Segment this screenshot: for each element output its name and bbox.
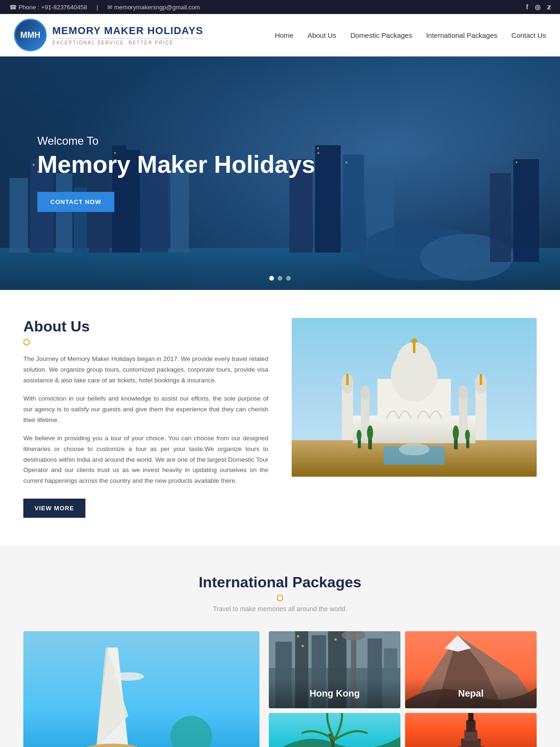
about-title: About Us (23, 318, 268, 335)
about-image (292, 318, 537, 477)
divider: | (97, 4, 98, 11)
dubai-bg (23, 631, 259, 747)
nav-domestic[interactable]: Domestic Packages (350, 31, 413, 39)
svg-rect-41 (480, 374, 482, 385)
intl-section-header: International Packages Travel to make me… (23, 574, 537, 613)
facebook-icon[interactable]: f (526, 3, 528, 11)
about-para-2: With conviction in our beliefs and knowl… (23, 394, 268, 426)
svg-rect-71 (302, 645, 304, 647)
svg-point-51 (357, 430, 362, 441)
pkg-grid-right: Hong Kong (269, 631, 537, 747)
hero-content: Welcome To Memory Maker Holidays CONTACT… (0, 106, 352, 240)
view-more-button[interactable]: VIEW MORE (23, 499, 85, 518)
svg-rect-38 (346, 374, 349, 385)
logo-title: MEMORY MAKER HOLIDAYS (52, 25, 203, 37)
nepal-label: Nepal (405, 679, 537, 708)
about-dot-divider (23, 339, 30, 345)
intl-subtitle: Travel to make memories all around the w… (23, 605, 537, 613)
nav-international[interactable]: International Packages (426, 31, 497, 39)
bali-bg (405, 713, 537, 747)
intl-dot-divider (277, 595, 283, 601)
header: MMH MEMORY MAKER HOLIDAYS EXCEPTIONAL SE… (0, 14, 560, 56)
email-text: memorymakersngp@gmail.com (114, 4, 200, 11)
svg-point-53 (465, 430, 470, 441)
packages-grid: Dubai (23, 631, 537, 747)
about-section: About Us The Journey of Memory Maker Hol… (0, 290, 560, 546)
phone-info: ☎ Phone : +91-8237640458 (9, 4, 87, 11)
twitter-icon[interactable]: 𝕫 (547, 3, 551, 11)
social-links: f ◎ 𝕫 (526, 3, 551, 11)
logo-subtitle: EXCEPTIONAL SERVICE. BETTER PRICE (52, 38, 203, 45)
hero-dot-1[interactable] (269, 276, 274, 281)
nav-about[interactable]: About Us (308, 31, 336, 39)
svg-rect-16 (490, 173, 511, 262)
package-mauritius[interactable]: Mauritius (269, 713, 400, 747)
hero-dot-2[interactable] (278, 276, 282, 281)
svg-point-57 (112, 672, 144, 681)
svg-rect-73 (335, 639, 336, 641)
instagram-icon[interactable]: ◎ (535, 3, 540, 11)
svg-rect-89 (468, 713, 473, 721)
email-info: ✉ memorymakersngp@gmail.com (107, 4, 200, 11)
top-bar: ☎ Phone : +91-8237640458 | ✉ memorymaker… (0, 0, 560, 14)
logo-text-area: MEMORY MAKER HOLIDAYS EXCEPTIONAL SERVIC… (52, 25, 203, 45)
phone-text: Phone : +91-8237640458 (19, 4, 87, 11)
about-image-area (292, 318, 537, 477)
nav-home[interactable]: Home (275, 31, 294, 39)
svg-point-54 (399, 443, 430, 455)
hero-title: Memory Maker Holidays (37, 151, 315, 178)
svg-point-43 (360, 385, 370, 400)
main-nav: Home About Us Domestic Packages Internat… (275, 31, 546, 39)
logo-icon: MMH (14, 19, 47, 51)
hero-dot-3[interactable] (286, 276, 291, 281)
package-bali[interactable]: Bali (405, 713, 537, 747)
top-bar-contacts: ☎ Phone : +91-8237640458 | ✉ memorymaker… (9, 4, 200, 11)
about-para-1: The Journey of Memory Maker Holidays beg… (23, 354, 268, 386)
svg-rect-17 (513, 159, 539, 262)
hero-welcome-text: Welcome To (37, 134, 315, 148)
logo-area: MMH MEMORY MAKER HOLIDAYS EXCEPTIONAL SE… (14, 19, 203, 51)
email-icon: ✉ (107, 4, 112, 11)
mauritius-bg (269, 713, 400, 747)
package-nepal[interactable]: Nepal (405, 631, 537, 708)
international-packages-section: International Packages Travel to make me… (0, 546, 560, 747)
svg-rect-55 (23, 631, 259, 747)
phone-icon: ☎ (9, 4, 17, 11)
svg-point-49 (453, 425, 459, 440)
svg-rect-20 (516, 162, 517, 163)
svg-point-47 (367, 425, 373, 440)
intl-title: International Packages (23, 574, 537, 591)
taj-mahal-image (292, 318, 537, 477)
svg-point-35 (411, 338, 417, 343)
svg-rect-88 (466, 720, 476, 732)
package-hong-kong[interactable]: Hong Kong (269, 631, 400, 708)
hero-carousel-dots (269, 276, 291, 281)
svg-rect-70 (297, 635, 299, 637)
svg-point-45 (458, 385, 468, 400)
hong-kong-label: Hong Kong (269, 679, 400, 708)
package-dubai[interactable]: Dubai (23, 631, 259, 747)
contact-now-button[interactable]: CONTACT NOW (37, 192, 114, 212)
nav-contact[interactable]: Contact Us (511, 31, 546, 39)
about-para-3: We believe in providing you a tour of yo… (23, 433, 268, 487)
hero-section: Welcome To Memory Maker Holidays CONTACT… (0, 56, 560, 290)
logo-initials: MMH (21, 30, 41, 40)
about-text-area: About Us The Journey of Memory Maker Hol… (23, 318, 268, 518)
